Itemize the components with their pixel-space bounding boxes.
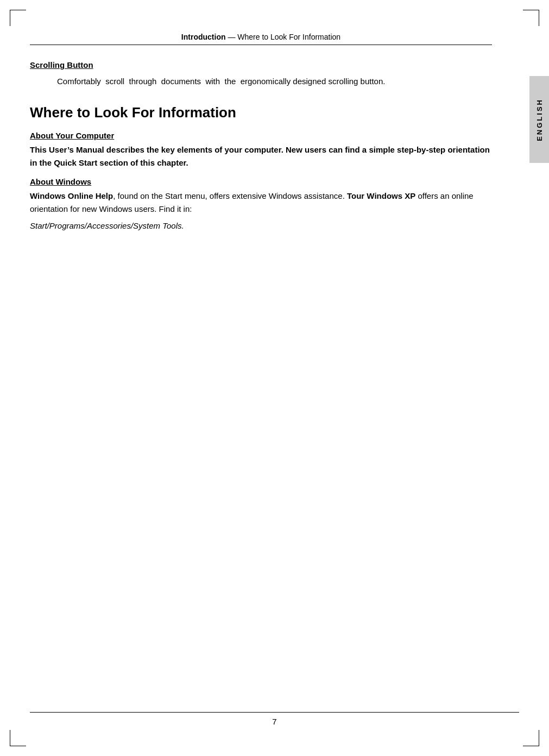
- about-windows-text-1: , found on the Start menu, offers extens…: [113, 191, 347, 200]
- page-header: Introduction — Where to Look For Informa…: [30, 33, 492, 45]
- about-computer-section: About Your Computer This User’s Manual d…: [30, 131, 492, 169]
- corner-mark-bottom-right: [539, 730, 539, 746]
- about-windows-section: About Windows Windows Online Help, found…: [30, 177, 492, 230]
- corner-mark-top-left: [10, 10, 10, 26]
- scrolling-button-desc: Comfortably scroll through documents wit…: [57, 75, 492, 88]
- about-computer-body: This User’s Manual describes the key ele…: [30, 143, 492, 169]
- corner-mark-bottom-left: [10, 730, 10, 746]
- page-footer: 7: [30, 712, 519, 726]
- header-separator: —: [226, 33, 238, 41]
- tour-windows-xp-label: Tour Windows XP: [347, 191, 415, 200]
- about-computer-title: About Your Computer: [30, 131, 492, 140]
- about-windows-title: About Windows: [30, 177, 492, 186]
- corner-mark-top-right: [539, 10, 539, 26]
- about-windows-body: Windows Online Help, found on the Start …: [30, 190, 492, 216]
- scrolling-button-section: Scrolling Button Comfortably scroll thro…: [30, 60, 492, 88]
- windows-online-help-label: Windows Online Help: [30, 191, 113, 200]
- language-tab-text: ENGLISH: [535, 98, 544, 141]
- page-content: Introduction — Where to Look For Informa…: [30, 0, 519, 230]
- header-section: Where to Look For Information: [237, 33, 340, 41]
- page-number: 7: [272, 717, 276, 726]
- scrolling-button-title: Scrolling Button: [30, 60, 492, 70]
- path-text: Start/Programs/Accessories/System Tools.: [30, 221, 492, 230]
- language-tab: ENGLISH: [529, 76, 549, 163]
- header-chapter: Introduction: [181, 33, 226, 41]
- main-heading: Where to Look For Information: [30, 104, 492, 121]
